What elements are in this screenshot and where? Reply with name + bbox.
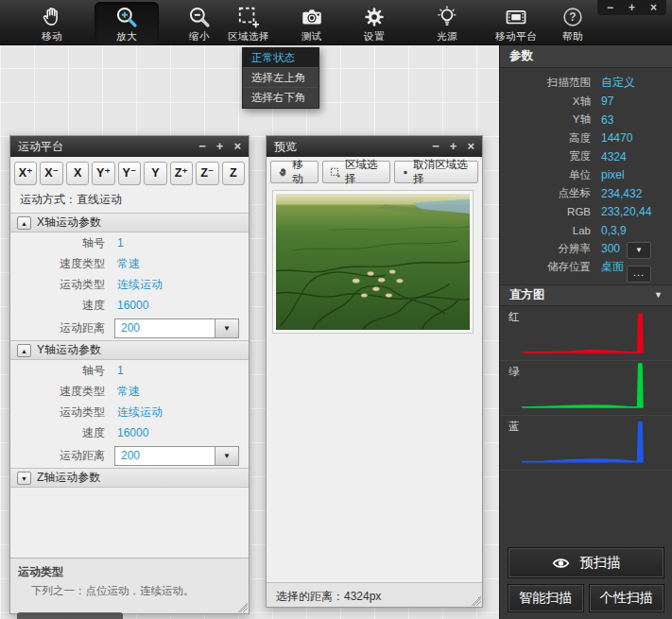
axis-button-x-minus[interactable]: X⁻ bbox=[40, 162, 62, 185]
axis-button-y[interactable]: Y bbox=[144, 162, 166, 185]
panel-maximize-button[interactable]: + bbox=[450, 137, 457, 156]
resize-grip[interactable] bbox=[471, 595, 481, 606]
param-label: 单位 bbox=[500, 168, 591, 182]
channel-label: 绿 bbox=[508, 365, 520, 379]
toolbar-item-light[interactable]: 光源 bbox=[415, 2, 479, 43]
resolution-value[interactable]: 300 bbox=[601, 242, 620, 255]
motion-panel-titlebar[interactable]: 运动平台 − + × bbox=[10, 136, 249, 157]
axis-button-z[interactable]: Z bbox=[222, 162, 245, 185]
param-value[interactable]: 1 bbox=[117, 364, 124, 377]
toolbar-item-move-platform[interactable]: 移动平台 bbox=[484, 2, 548, 43]
param-label: 储存位置 bbox=[500, 260, 591, 274]
toolbar-item-move[interactable]: 移动 bbox=[20, 2, 84, 43]
param-label: 运动距离 bbox=[10, 448, 105, 464]
axis-button-z-plus[interactable]: Z⁺ bbox=[170, 162, 193, 185]
application-window: 移动 放大 缩小 区域选择 测试 bbox=[0, 0, 672, 619]
panel-maximize-button[interactable]: + bbox=[216, 137, 224, 156]
eye-icon bbox=[551, 556, 571, 571]
lab-value: 0,3,9 bbox=[601, 224, 627, 237]
collapse-icon[interactable]: ▲ bbox=[17, 344, 31, 357]
toolbar-item-settings[interactable]: 设置 bbox=[342, 2, 406, 43]
prescan-button[interactable]: 预扫描 bbox=[508, 547, 664, 578]
rgb-value: 233,20,44 bbox=[601, 205, 651, 218]
custom-scan-button[interactable]: 个性扫描 bbox=[589, 584, 665, 612]
main-toolbar: 移动 放大 缩小 区域选择 测试 bbox=[0, 0, 672, 45]
motion-platform-panel: 运动平台 − + × X⁺ X⁻ X Y⁺ Y⁻ Y Z⁺ Z⁻ Z 运动方式：… bbox=[9, 135, 250, 614]
scan-range-value[interactable]: 自定义 bbox=[601, 75, 635, 91]
menu-item-normal-state[interactable]: 正常状态 bbox=[243, 48, 319, 68]
toolbar-label: 移动 bbox=[20, 30, 84, 43]
menu-item-select-bottom-right[interactable]: 选择右下角 bbox=[243, 88, 319, 108]
section-title: Z轴运动参数 bbox=[37, 470, 100, 486]
param-value[interactable]: 常速 bbox=[117, 384, 140, 400]
parameters-panel: 参数 扫描范围自定义 X轴97 Y轴63 高度14470 宽度4324 单位pi… bbox=[499, 45, 672, 619]
storage-browse-button[interactable]: ... bbox=[627, 266, 651, 283]
preview-region-select-button[interactable]: 区域选择 bbox=[322, 161, 390, 183]
unit-value: pixel bbox=[601, 168, 625, 181]
window-maximize-button[interactable]: + bbox=[629, 1, 635, 14]
button-label: 移动 bbox=[292, 158, 311, 186]
channel-label: 蓝 bbox=[508, 420, 520, 434]
param-value[interactable]: 连续运动 bbox=[117, 277, 163, 293]
preview-canvas[interactable] bbox=[267, 187, 482, 582]
hint-text: 下列之一：点位运动，连续运动。 bbox=[31, 584, 241, 598]
param-value[interactable]: 连续运动 bbox=[117, 404, 163, 421]
distance-select-y[interactable]: 200 ▼ bbox=[114, 446, 239, 466]
button-label: 取消区域选择 bbox=[413, 158, 471, 186]
scan-buttons-area: 预扫描 智能扫描 个性扫描 bbox=[508, 547, 664, 612]
param-value[interactable]: 16000 bbox=[117, 299, 148, 312]
param-value[interactable]: 常速 bbox=[117, 256, 140, 272]
chevron-down-icon[interactable]: ▼ bbox=[654, 290, 663, 300]
x-axis-value: 97 bbox=[601, 95, 613, 108]
panel-minimize-button[interactable]: − bbox=[432, 137, 439, 156]
storage-location-value[interactable]: 桌面 bbox=[601, 259, 624, 275]
preview-cancel-region-button[interactable]: 取消区域选择 bbox=[394, 161, 478, 183]
window-close-button[interactable]: × bbox=[650, 1, 657, 14]
section-header-x-axis[interactable]: ▲ X轴运动参数 bbox=[10, 213, 249, 232]
chevron-down-icon[interactable]: ▼ bbox=[215, 447, 238, 465]
width-value: 4324 bbox=[601, 150, 627, 163]
hand-icon bbox=[278, 166, 288, 179]
axis-button-z-minus[interactable]: Z⁻ bbox=[196, 162, 218, 185]
preview-image[interactable] bbox=[272, 190, 474, 334]
axis-button-x[interactable]: X bbox=[66, 162, 89, 185]
menu-item-select-top-left[interactable]: 选择左上角 bbox=[243, 68, 319, 88]
resize-grip[interactable] bbox=[237, 602, 248, 612]
y-axis-value: 63 bbox=[601, 113, 613, 127]
point-coord-value: 234,432 bbox=[601, 187, 642, 200]
button-label: 区域选择 bbox=[345, 158, 383, 186]
collapse-icon[interactable]: ▲ bbox=[17, 216, 31, 230]
toolbar-item-region-select[interactable]: 区域选择 bbox=[216, 2, 281, 43]
section-header-z-axis[interactable]: ▼ Z轴运动参数 bbox=[10, 468, 249, 488]
param-value[interactable]: 1 bbox=[117, 236, 124, 249]
panel-close-button[interactable]: × bbox=[233, 137, 241, 156]
window-minimize-button[interactable]: − bbox=[607, 1, 613, 14]
panel-close-button[interactable]: × bbox=[467, 137, 474, 156]
param-label: 运动类型 bbox=[10, 277, 105, 293]
axis-button-y-plus[interactable]: Y⁺ bbox=[92, 162, 114, 185]
preview-move-button[interactable]: 移动 bbox=[270, 161, 319, 183]
help-icon: ? bbox=[541, 5, 605, 30]
toolbar-item-zoom-in[interactable]: 放大 bbox=[95, 2, 159, 43]
hint-title: 运动类型 bbox=[18, 564, 241, 580]
resolution-dropdown-button[interactable]: ▼ bbox=[627, 242, 651, 259]
landscape-photo bbox=[276, 194, 470, 330]
distance-value: 200 bbox=[115, 319, 215, 337]
toolbar-item-test[interactable]: 测试 bbox=[280, 2, 344, 43]
panel-minimize-button[interactable]: − bbox=[198, 137, 206, 156]
button-label: 个性扫描 bbox=[600, 590, 653, 607]
hand-icon bbox=[20, 5, 84, 30]
param-value[interactable]: 16000 bbox=[117, 426, 148, 439]
expand-icon[interactable]: ▼ bbox=[17, 472, 31, 485]
axis-button-x-plus[interactable]: X⁺ bbox=[14, 162, 37, 185]
chevron-down-icon[interactable]: ▼ bbox=[215, 319, 238, 337]
axis-button-y-minus[interactable]: Y⁻ bbox=[118, 162, 141, 185]
toolbar-label: 放大 bbox=[95, 30, 159, 43]
section-header-y-axis[interactable]: ▲ Y轴运动参数 bbox=[10, 340, 249, 360]
toolbar-item-help[interactable]: ? 帮助 bbox=[541, 2, 605, 43]
param-label: 高度 bbox=[500, 131, 591, 146]
distance-select-x[interactable]: 200 ▼ bbox=[114, 318, 239, 338]
smart-scan-button[interactable]: 智能扫描 bbox=[508, 584, 584, 612]
preview-panel-titlebar[interactable]: 预览 − + × bbox=[267, 136, 482, 157]
red-histogram-chart bbox=[500, 306, 672, 360]
